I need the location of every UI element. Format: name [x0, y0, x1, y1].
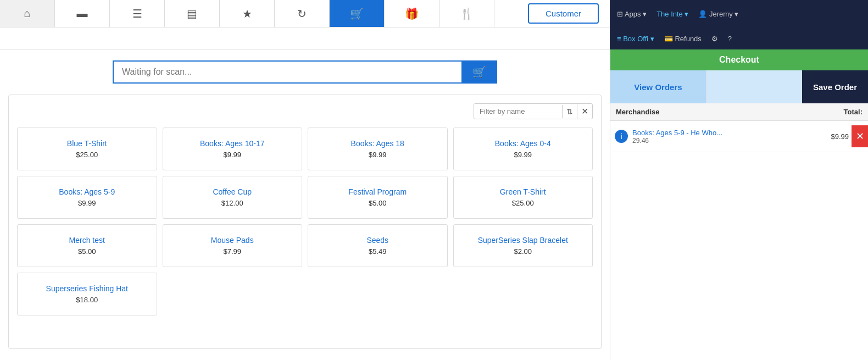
product-card[interactable]: Mouse Pads $7.99 [163, 224, 303, 267]
idcard-nav-btn[interactable]: ▤ [165, 0, 220, 27]
product-price: $25.00 [23, 151, 151, 159]
cart-header: Merchandise Total: [610, 103, 868, 121]
fork-nav-btn[interactable]: 🍴 [439, 0, 494, 27]
product-name: Coffee Cup [169, 187, 297, 196]
product-card[interactable]: Merch test $5.00 [17, 224, 157, 267]
monitor-nav-btn[interactable]: ▬ [55, 0, 110, 27]
box-offi-btn[interactable]: ≡ Box Offi ▾ [613, 32, 659, 45]
right-panel: Checkout View Orders Save Order Merchand… [610, 49, 868, 360]
save-order-button[interactable]: Save Order [802, 70, 868, 103]
cart-merchandise-label: Merchandise [616, 108, 819, 116]
product-price: $5.49 [314, 247, 442, 256]
jeremy-btn[interactable]: 👤 Jeremy ▾ [694, 8, 743, 20]
cart-nav-btn[interactable]: 🛒 [330, 0, 385, 27]
product-name: Books: Ages 18 [314, 139, 442, 148]
checkout-header: Checkout [610, 49, 868, 70]
settings-btn[interactable]: ⚙ [707, 32, 722, 45]
table-nav-btn[interactable]: ☰ [110, 0, 165, 27]
product-grid-container: ⇅ ✕ Blue T-Shirt $25.00 Books: Ages 10-1… [8, 95, 602, 349]
product-card[interactable]: Books: Ages 10-17 $9.99 [163, 128, 303, 170]
search-bar: 🛒 [113, 60, 497, 84]
product-price: $9.99 [169, 151, 297, 159]
product-card[interactable]: Blue T-Shirt $25.00 [17, 128, 157, 170]
product-price: $5.00 [23, 247, 151, 256]
product-price: $9.99 [314, 151, 442, 159]
filter-sort-btn[interactable]: ⇅ [562, 105, 577, 118]
product-card[interactable]: Festival Program $5.00 [308, 176, 448, 219]
customer-button[interactable]: Customer [528, 3, 599, 24]
refunds-btn[interactable]: 💳 Refunds [660, 32, 706, 45]
product-name: Superseries Fishing Hat [23, 284, 151, 293]
product-name: Books: Ages 5-9 [23, 187, 151, 196]
product-card[interactable]: Books: Ages 18 $9.99 [308, 128, 448, 170]
product-name: SuperSeries Slap Bracelet [459, 236, 587, 245]
right-top-bar: ⊞ Apps ▾ The Inte ▾ 👤 Jeremy ▾ [610, 0, 868, 27]
product-price: $18.00 [23, 296, 151, 304]
product-card[interactable]: Books: Ages 5-9 $9.99 [17, 176, 157, 219]
scan-input[interactable] [113, 60, 461, 84]
product-price: $7.99 [169, 247, 297, 256]
product-name: Blue T-Shirt [23, 139, 151, 148]
product-price: $5.00 [314, 199, 442, 207]
product-price: $25.00 [459, 199, 587, 207]
help-btn[interactable]: ? [724, 32, 736, 45]
cart-item-name: Books: Ages 5-9 - He Who... [632, 129, 819, 137]
left-panel: 🛒 ⇅ ✕ Blue T-Shirt $25.00 Books: Ages 1 [0, 49, 610, 360]
cart-total-label: Total: [819, 108, 863, 116]
product-name: Books: Ages 10-17 [169, 139, 297, 148]
refresh-nav-btn[interactable]: ↻ [275, 0, 330, 27]
cart-item: i Books: Ages 5-9 - He Who... 29.46 $9.9… [610, 121, 868, 152]
cart-item-remove-btn[interactable]: ✕ [852, 125, 868, 147]
product-price: $2.00 [459, 247, 587, 256]
filter-input[interactable] [474, 104, 562, 118]
product-card[interactable]: Green T-Shirt $25.00 [453, 176, 593, 219]
product-card[interactable]: Coffee Cup $12.00 [163, 176, 303, 219]
apps-btn[interactable]: ⊞ Apps ▾ [613, 8, 651, 20]
the-inte-btn[interactable]: The Inte ▾ [652, 8, 693, 20]
product-name: Green T-Shirt [459, 187, 587, 196]
cart-item-sub: 29.46 [632, 137, 819, 145]
cart-items-container: i Books: Ages 5-9 - He Who... 29.46 $9.9… [610, 121, 868, 152]
product-price: $12.00 [169, 199, 297, 207]
star-nav-btn[interactable]: ★ [220, 0, 275, 27]
product-price: $9.99 [459, 151, 587, 159]
product-card[interactable]: SuperSeries Slap Bracelet $2.00 [453, 224, 593, 267]
scan-button[interactable]: 🛒 [461, 60, 497, 84]
gift-nav-btn[interactable]: 🎁 [385, 0, 439, 27]
top-nav: ⌂ ▬ ☰ ▤ ★ ↻ 🛒 🎁 🍴 Customer [0, 0, 610, 27]
filter-row: ⇅ ✕ [17, 103, 593, 119]
cart-item-details: Books: Ages 5-9 - He Who... 29.46 [632, 129, 819, 145]
product-card[interactable]: Books: Ages 0-4 $9.99 [453, 128, 593, 170]
product-name: Seeds [314, 236, 442, 245]
filter-clear-btn[interactable]: ✕ [577, 104, 592, 119]
product-card[interactable]: Seeds $5.49 [308, 224, 448, 267]
product-price: $9.99 [23, 199, 151, 207]
product-name: Festival Program [314, 187, 442, 196]
cart-item-price: $9.99 [819, 132, 852, 141]
product-name: Merch test [23, 236, 151, 245]
product-card[interactable]: Superseries Fishing Hat $18.00 [17, 273, 157, 315]
cart-item-info-btn[interactable]: i [615, 130, 628, 143]
action-buttons: View Orders Save Order [610, 70, 868, 103]
home-nav-btn[interactable]: ⌂ [0, 0, 55, 27]
product-name: Mouse Pads [169, 236, 297, 245]
product-grid: Blue T-Shirt $25.00 Books: Ages 10-17 $9… [17, 128, 593, 315]
right-second-bar: ≡ Box Offi ▾ 💳 Refunds ⚙ ? [610, 27, 868, 49]
product-name: Books: Ages 0-4 [459, 139, 587, 148]
view-orders-button[interactable]: View Orders [610, 70, 706, 103]
